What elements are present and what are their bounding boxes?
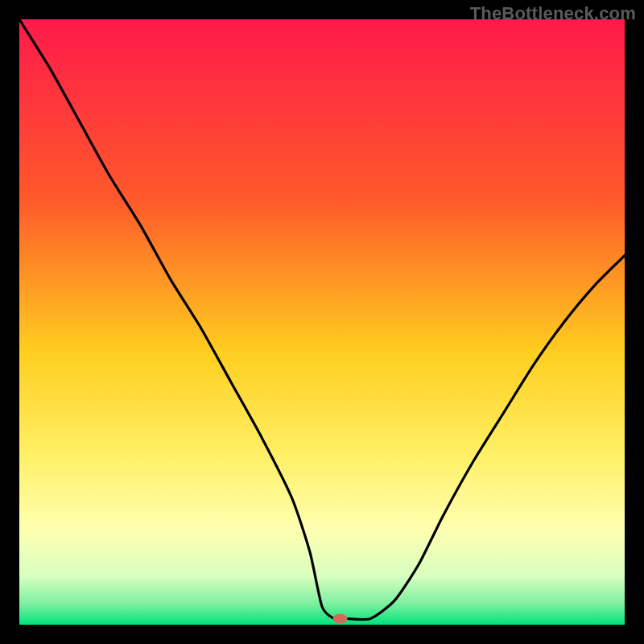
optimum-marker	[333, 613, 348, 623]
gradient-background	[19, 19, 625, 625]
watermark-text: TheBottleneck.com	[470, 3, 636, 24]
chart-frame: TheBottleneck.com	[0, 0, 644, 644]
plot-area	[19, 19, 625, 625]
chart-svg	[19, 19, 625, 625]
